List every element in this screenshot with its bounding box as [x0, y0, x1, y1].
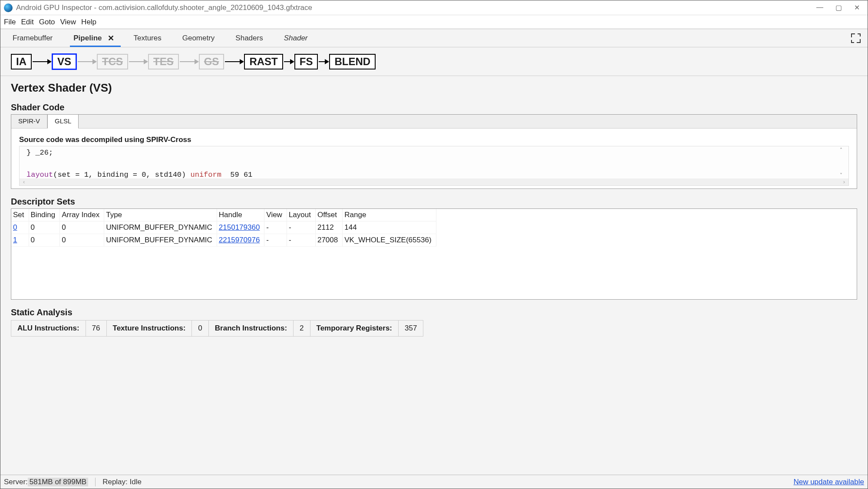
minimize-icon[interactable]: —	[816, 3, 823, 12]
code-tab-spirv[interactable]: SPIR-V	[11, 115, 47, 128]
maximize-icon[interactable]: ▢	[835, 3, 842, 12]
divider	[95, 478, 96, 486]
code-text: (set = 1, binding = 0, std140)	[53, 171, 190, 178]
tab-shaders[interactable]: Shaders	[234, 30, 264, 46]
arrow-icon	[180, 61, 198, 62]
handle-link[interactable]: 2215970976	[219, 236, 260, 244]
table-cell: 27008	[315, 234, 342, 247]
col-range[interactable]: Range	[343, 209, 436, 221]
alu-label: ALU Instructions:	[11, 320, 86, 337]
table-cell[interactable]: 0	[11, 221, 29, 234]
col-offset[interactable]: Offset	[315, 209, 342, 221]
menu-help[interactable]: Help	[81, 18, 96, 26]
update-link[interactable]: New update available	[793, 478, 864, 486]
content-area: Vertex Shader (VS) Shader Code SPIR-V GL…	[0, 76, 868, 475]
table-cell: -	[287, 221, 315, 234]
close-icon[interactable]: ✕	[854, 3, 860, 12]
descriptor-sets-heading: Descriptor Sets	[11, 197, 857, 207]
table-cell[interactable]: 2150179360	[217, 221, 264, 234]
fullscreen-icon[interactable]	[851, 33, 861, 43]
main-tabs: Framebuffer Pipeline ✕ Textures Geometry…	[0, 29, 868, 47]
col-view[interactable]: View	[264, 209, 287, 221]
stage-gs[interactable]: GS	[199, 54, 224, 69]
menubar: File Edit Goto View Help	[0, 15, 868, 29]
table-cell: 2112	[315, 221, 342, 234]
page-title: Vertex Shader (VS)	[11, 81, 857, 95]
stage-vs[interactable]: VS	[52, 53, 77, 70]
decompile-note: Source code was decompiled using SPIRV-C…	[19, 135, 849, 144]
code-keyword: layout	[26, 171, 53, 178]
table-header-row: Set Binding Array Index Type Handle View…	[11, 209, 436, 221]
col-type[interactable]: Type	[104, 209, 217, 221]
static-analysis-row: ALU Instructions: 76 Texture Instruction…	[11, 320, 857, 337]
code-tabs: SPIR-V GLSL	[11, 115, 857, 129]
stage-fs[interactable]: FS	[294, 54, 318, 69]
col-handle[interactable]: Handle	[217, 209, 264, 221]
code-area[interactable]: } _26; layout(set = 1, binding = 0, std1…	[19, 146, 849, 186]
temp-value: 357	[399, 320, 423, 337]
shader-code-heading: Shader Code	[11, 102, 857, 112]
menu-view[interactable]: View	[60, 18, 76, 26]
server-label: Server:	[4, 478, 28, 486]
menu-file[interactable]: File	[4, 18, 16, 26]
arrow-icon	[225, 61, 243, 62]
table-row[interactable]: 100UNIFORM_BUFFER_DYNAMIC2215970976--270…	[11, 234, 436, 247]
col-layout[interactable]: Layout	[287, 209, 315, 221]
tab-close-icon[interactable]: ✕	[108, 33, 114, 43]
vertical-scrollbar[interactable]: ˄˅	[840, 147, 848, 178]
table-cell: 0	[29, 234, 60, 247]
horizontal-scrollbar[interactable]: ‹›	[20, 178, 848, 185]
app-icon	[4, 3, 13, 12]
table-cell[interactable]: 1	[11, 234, 29, 247]
scroll-up-icon[interactable]: ˄	[840, 147, 848, 153]
stage-blend[interactable]: BLEND	[329, 54, 376, 69]
table-cell: -	[287, 234, 315, 247]
tex-value: 0	[192, 320, 208, 337]
table-cell: 0	[29, 221, 60, 234]
branch-label: Branch Instructions:	[209, 320, 294, 337]
stage-tcs[interactable]: TCS	[97, 54, 128, 69]
tab-textures[interactable]: Textures	[132, 30, 163, 46]
arrow-icon	[284, 61, 294, 62]
menu-edit[interactable]: Edit	[21, 18, 33, 26]
col-array-index[interactable]: Array Index	[60, 209, 104, 221]
table-cell: -	[264, 221, 287, 234]
code-tab-glsl[interactable]: GLSL	[47, 114, 79, 129]
stage-tes[interactable]: TES	[148, 54, 179, 69]
static-analysis-heading: Static Analysis	[11, 307, 857, 317]
handle-link[interactable]: 2150179360	[219, 223, 260, 231]
branch-value: 2	[294, 320, 310, 337]
scroll-right-icon[interactable]: ›	[843, 178, 845, 185]
scroll-left-icon[interactable]: ‹	[23, 178, 25, 185]
tab-geometry[interactable]: Geometry	[181, 30, 217, 46]
col-set[interactable]: Set	[11, 209, 29, 221]
table-cell: -	[264, 234, 287, 247]
set-link[interactable]: 0	[13, 223, 17, 231]
table-cell[interactable]: 2215970976	[217, 234, 264, 247]
set-link[interactable]: 1	[13, 236, 17, 244]
table-cell: VK_WHOLE_SIZE(65536)	[343, 234, 436, 247]
tab-pipeline[interactable]: Pipeline	[72, 30, 103, 46]
descriptor-table: Set Binding Array Index Type Handle View…	[11, 208, 857, 300]
stage-rast[interactable]: RAST	[244, 54, 283, 69]
arrow-icon	[319, 61, 328, 62]
shader-code-box: SPIR-V GLSL Source code was decompiled u…	[11, 114, 857, 189]
tab-framebuffer[interactable]: Framebuffer	[11, 30, 54, 46]
code-line: } _26;	[26, 149, 53, 157]
titlebar: Android GPU Inspector - com.activision.c…	[0, 0, 868, 15]
code-text: 59 61	[221, 171, 252, 178]
table-cell: 0	[60, 221, 104, 234]
arrow-icon	[33, 61, 51, 62]
col-binding[interactable]: Binding	[29, 209, 60, 221]
arrow-icon	[129, 61, 147, 62]
stage-ia[interactable]: IA	[11, 54, 32, 69]
table-row[interactable]: 000UNIFORM_BUFFER_DYNAMIC2150179360--211…	[11, 221, 436, 234]
tab-shader[interactable]: Shader	[282, 30, 310, 46]
arrow-icon	[78, 61, 96, 62]
table-cell: UNIFORM_BUFFER_DYNAMIC	[104, 221, 217, 234]
code-keyword: uniform	[190, 171, 221, 178]
alu-value: 76	[86, 320, 107, 337]
menu-goto[interactable]: Goto	[39, 18, 55, 26]
scroll-down-icon[interactable]: ˅	[840, 172, 848, 178]
tex-label: Texture Instructions:	[107, 320, 192, 337]
